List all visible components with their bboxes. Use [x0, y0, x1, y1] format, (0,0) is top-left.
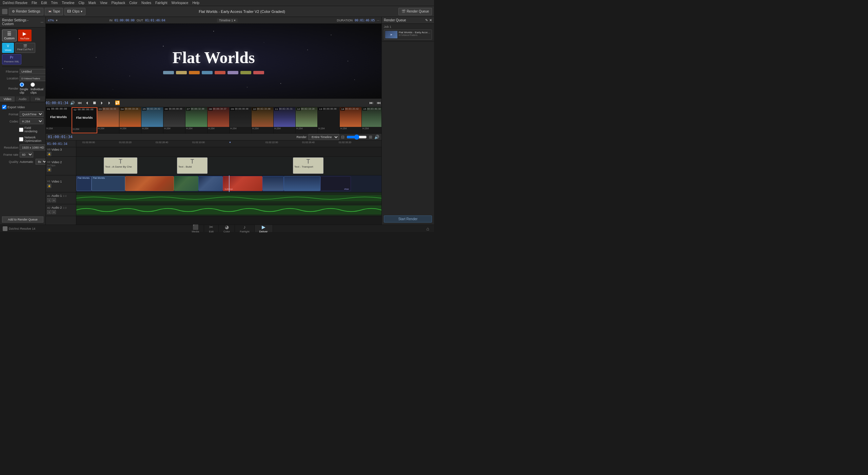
add-to-render-queue-button[interactable]: Add to Render Queue — [2, 216, 43, 223]
rq-edit-btn[interactable]: ✎ — [425, 18, 428, 22]
audio-icon[interactable]: 🔊 — [374, 135, 379, 139]
menu-trim[interactable]: Trim — [51, 1, 58, 5]
track-a2-m[interactable]: M — [52, 210, 56, 214]
v1-clip-flatworlds-2[interactable]: Flat Worlds — [92, 176, 125, 191]
track-a2-s[interactable]: S — [47, 210, 51, 214]
v1-clip-terrain-5[interactable] — [262, 176, 284, 191]
filmstrip-clip-03[interactable]: 03 00:02:16:55 H.264 — [97, 107, 119, 133]
nav-media[interactable]: ⬛ Media — [187, 225, 204, 232]
track-v3-lock[interactable]: 🔒 — [47, 152, 51, 156]
v1-clip-terrain-1[interactable] — [125, 176, 174, 191]
export-video-checkbox[interactable] — [2, 105, 6, 109]
stop-button[interactable]: ⏹ — [92, 100, 97, 106]
framerate-select[interactable]: 60 — [20, 152, 33, 157]
preview-options[interactable]: ··· — [377, 19, 380, 22]
filmstrip-clip-11[interactable]: 11 00:02:35:31 H.264 — [274, 107, 296, 133]
codec-select[interactable]: H.264 — [20, 118, 43, 124]
network-opt-checkbox[interactable] — [19, 137, 23, 141]
prev-clip-button[interactable]: ⏮ — [376, 100, 381, 106]
single-clip-radio[interactable] — [20, 82, 24, 87]
preset-custom[interactable]: ☰ Custom — [2, 30, 17, 41]
tape-button[interactable]: 📼 Tape — [45, 8, 63, 15]
nav-deliver[interactable]: ▶ Deliver — [255, 225, 273, 232]
step-back-button[interactable]: ⏴ — [84, 100, 90, 106]
track-a1-s[interactable]: S — [47, 198, 51, 202]
track-a1-m[interactable]: M — [52, 198, 56, 202]
start-render-button[interactable]: Start Render — [384, 215, 432, 223]
filmstrip-clip-04[interactable]: 04 00:00:19:26 H.264 — [119, 107, 141, 133]
filmstrip-clip-08[interactable]: 08 00:00:34:37 H.264 — [208, 107, 230, 133]
filmstrip-clip-12[interactable]: 12 00:02:19:20 H.264 — [296, 107, 318, 133]
menu-help[interactable]: Help — [192, 1, 199, 5]
filmstrip-clip-01[interactable]: 01 00:00:00:00 Flat Worlds H.264 — [46, 107, 72, 133]
v2-clip-text-game[interactable]: T Text - A Game By Che — [104, 157, 137, 174]
preset-fcp7[interactable]: 🎬 Final Cut Pro 7 — [15, 43, 35, 53]
menu-clip[interactable]: Clip — [79, 1, 84, 5]
individual-clips-radio[interactable] — [31, 82, 35, 87]
filmstrip-clip-05[interactable]: 05 00:02:29:42 H.264 — [141, 107, 163, 133]
field-rendering-checkbox[interactable] — [19, 128, 23, 132]
v2-clip-text-build[interactable]: T Text - Build — [177, 157, 208, 174]
panel-menu-icon[interactable]: ··· — [41, 20, 43, 24]
v1-clip-flatworlds-1[interactable]: Flat Worlds — [76, 176, 92, 191]
filmstrip-clip-10[interactable]: 10 00:02:33:00 H.264 — [252, 107, 274, 133]
menu-file[interactable]: File — [32, 1, 37, 5]
filmstrip-clip-13[interactable]: 13 00:00:00:00 H.264 — [318, 107, 340, 133]
preset-premiere[interactable]: Pr Premiere XML — [2, 54, 21, 64]
nav-fairlight[interactable]: ♪ Fairlight — [235, 225, 254, 232]
menu-workspace[interactable]: Workspace — [172, 1, 189, 5]
transport-sound-icon[interactable]: 🔊 — [70, 101, 75, 105]
menu-fairlight[interactable]: Fairlight — [155, 1, 167, 5]
v1-clip-terrain-3[interactable] — [198, 176, 223, 191]
track-v2-lock[interactable]: 🔒 — [47, 168, 51, 172]
loop-button[interactable]: 🔁 — [114, 100, 121, 106]
track-v1-lock[interactable]: 🔒 — [47, 184, 51, 188]
nav-color[interactable]: ◕ Color — [219, 225, 235, 232]
menu-view[interactable]: View — [100, 1, 107, 5]
v2-clip-text-transport[interactable]: T Text - Transport — [293, 157, 323, 174]
filmstrip-clip-09[interactable]: 09 00:00:00:00 H.264 — [230, 107, 252, 133]
menu-edit[interactable]: Edit — [41, 1, 47, 5]
render-settings-button[interactable]: ⚙ Render Settings — [9, 8, 43, 15]
menu-davinci[interactable]: DaVinci Resolve — [3, 1, 27, 5]
preset-vimeo[interactable]: V Vimeo — [2, 43, 14, 53]
v1-clip-terrain-2[interactable] — [174, 176, 198, 191]
filmstrip-clip-15[interactable]: 15 00:03:46:10 H.264 — [362, 107, 381, 133]
timeline-zoom-in[interactable]: ⊞ — [369, 135, 372, 139]
go-to-end-button[interactable]: ⏭ — [369, 100, 374, 106]
preset-youtube[interactable]: ▶ YouTube — [18, 30, 32, 41]
v1-clip-ships[interactable]: ships — [320, 176, 351, 191]
play-button[interactable]: ⏵ — [99, 100, 105, 106]
menu-nodes[interactable]: Nodes — [141, 1, 151, 5]
home-button[interactable]: ⌂ — [425, 226, 431, 231]
timeline-zoom-slider[interactable] — [347, 134, 367, 140]
menu-playback[interactable]: Playback — [112, 1, 125, 5]
clips-button[interactable]: 🎞 Clips ▾ — [64, 8, 85, 15]
resolution-select[interactable]: 1920 x 1080 HD — [20, 145, 46, 150]
render-queue-btn[interactable]: 🎬 Render Queue — [398, 8, 432, 15]
filmstrip-clip-02[interactable]: 02 00:00:00:00 Flat Worlds H.264 — [72, 107, 97, 133]
timeline-zoom-out[interactable]: ⊟ — [341, 135, 344, 139]
rq-close-btn[interactable]: ✕ — [429, 18, 432, 22]
filmstrip-clip-14[interactable]: 14 00:03:25:42 H.264 — [340, 107, 362, 133]
filmstrip-clip-07[interactable]: 07 00:00:32:09 H.264 — [185, 107, 208, 133]
filmstrip-clip-06[interactable]: 06 00:00:00:00 H.264 — [163, 107, 185, 133]
individual-clips-label[interactable]: Individual clips — [31, 82, 43, 94]
tab-file[interactable]: File — [30, 96, 45, 102]
location-input[interactable] — [20, 76, 46, 81]
menu-timeline[interactable]: Timeline — [62, 1, 74, 5]
zoom-dropdown[interactable]: ▾ — [56, 19, 58, 22]
tab-audio[interactable]: Audio — [15, 96, 31, 102]
format-select[interactable]: QuickTime — [20, 111, 43, 117]
nav-edit[interactable]: ✂ Edit — [204, 225, 219, 232]
single-clip-label[interactable]: Single clip — [20, 82, 28, 94]
filename-input[interactable] — [20, 69, 46, 74]
menu-color[interactable]: Color — [129, 1, 137, 5]
menu-mark[interactable]: Mark — [88, 1, 96, 5]
render-mode-select[interactable]: Entire Timeline — [309, 134, 339, 140]
tab-video[interactable]: Video — [0, 96, 15, 102]
quality-select[interactable]: Best — [36, 159, 46, 165]
go-to-start-button[interactable]: ⏮ — [77, 100, 82, 106]
timeline-name[interactable]: Timeline 1 ▾ — [217, 18, 238, 22]
zoom-level[interactable]: 47% — [48, 19, 54, 22]
